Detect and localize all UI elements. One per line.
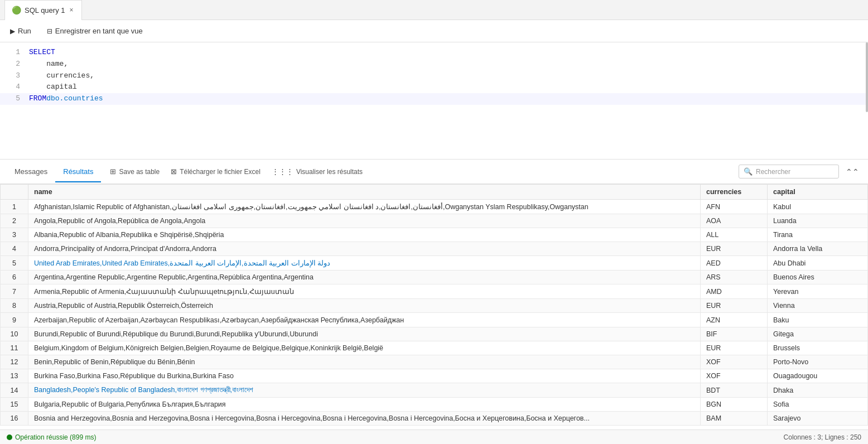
save-as-table-button[interactable]: ⊞ Save as table <box>105 165 164 178</box>
cell-rownum: 4 <box>1 242 28 256</box>
sql-line-1: 1 SELECT <box>0 47 868 59</box>
tab-label: SQL query 1 <box>25 6 65 15</box>
cell-currencies: BDT <box>701 383 768 398</box>
cell-name: Bangladesh,People's Republic of Banglade… <box>28 383 701 398</box>
cell-capital: Sarajevo <box>768 412 868 426</box>
editor-scrollbar[interactable] <box>866 42 868 112</box>
cell-capital: Andorra la Vella <box>768 242 868 256</box>
cell-currencies: XOF <box>701 369 768 383</box>
table-row[interactable]: 5United Arab Emirates,United Arab Emirat… <box>1 256 868 271</box>
table-row[interactable]: 13Burkina Faso,Burkina Faso,République d… <box>1 369 868 383</box>
status-bar: Opération réussie (899 ms) Colonnes : 3;… <box>0 429 868 444</box>
cell-currencies: BIF <box>701 327 768 341</box>
cell-name: Afghanistan,Islamic Republic of Afghanis… <box>28 200 701 214</box>
cell-name: Angola,Republic of Angola,República de A… <box>28 214 701 228</box>
tab-messages[interactable]: Messages <box>7 162 55 182</box>
table-row[interactable]: 3Albania,Republic of Albania,Republika e… <box>1 228 868 242</box>
cell-rownum: 9 <box>1 313 28 327</box>
cell-rownum: 16 <box>1 412 28 426</box>
cell-currencies: EUR <box>701 242 768 256</box>
cell-rownum: 3 <box>1 228 28 242</box>
tab-resultats[interactable]: Résultats <box>55 162 101 182</box>
cell-currencies: AMD <box>701 284 768 299</box>
cell-capital: Abu Dhabi <box>768 256 868 271</box>
cell-rownum: 11 <box>1 341 28 355</box>
col-header-rownum <box>1 185 28 200</box>
table-row[interactable]: 4Andorra,Principality of Andorra,Princip… <box>1 242 868 256</box>
collapse-button[interactable]: ⌃⌃ <box>843 165 861 178</box>
cell-name: Bosnia and Herzegovina,Bosnia and Herzeg… <box>28 412 701 426</box>
cell-capital: Ouagadougou <box>768 369 868 383</box>
cell-capital: Sofia <box>768 398 868 412</box>
cell-currencies: EUR <box>701 299 768 313</box>
cell-currencies: XOF <box>701 355 768 369</box>
cell-name: Benin,Republic of Benin,République du Bé… <box>28 355 701 369</box>
results-actions: ⊞ Save as table ⊠ Télécharger le fichier… <box>105 165 367 178</box>
cell-name: Andorra,Principality of Andorra,Principa… <box>28 242 701 256</box>
visualize-label: Visualiser les résultats <box>296 168 363 176</box>
sql-editor[interactable]: 1 SELECT 2 name, 3 currencies, 4 capital… <box>0 42 868 160</box>
cell-currencies: ARS <box>701 271 768 284</box>
cell-name: Albania,Republic of Albania,Republika e … <box>28 228 701 242</box>
cell-rownum: 10 <box>1 327 28 341</box>
search-box: 🔍 <box>739 165 839 178</box>
cell-capital: Brussels <box>768 341 868 355</box>
table-row[interactable]: 10Burundi,Republic of Burundi,République… <box>1 327 868 341</box>
cell-rownum: 7 <box>1 284 28 299</box>
sql-query-tab[interactable]: 🟢 SQL query 1 × <box>4 0 82 20</box>
cell-capital: Baku <box>768 313 868 327</box>
download-excel-button[interactable]: ⊠ Télécharger le fichier Excel <box>166 165 265 178</box>
cell-currencies: AED <box>701 256 768 271</box>
tab-close-button[interactable]: × <box>69 5 75 15</box>
cell-capital: Dhaka <box>768 383 868 398</box>
table-row[interactable]: 12Benin,Republic of Benin,République du … <box>1 355 868 369</box>
status-message: Opération réussie (899 ms) <box>15 433 96 441</box>
cell-currencies: ALL <box>701 228 768 242</box>
cell-name: Bulgaria,Republic of Bulgaria,Република … <box>28 398 701 412</box>
table-row[interactable]: 1Afghanistan,Islamic Republic of Afghani… <box>1 200 868 214</box>
cell-rownum: 14 <box>1 383 28 398</box>
table-row[interactable]: 16Bosnia and Herzegovina,Bosnia and Herz… <box>1 412 868 426</box>
sql-line-3: 3 currencies, <box>0 70 868 82</box>
col-header-capital[interactable]: capital <box>768 185 868 200</box>
sql-icon: 🟢 <box>12 6 21 15</box>
cell-rownum: 2 <box>1 214 28 228</box>
cell-rownum: 8 <box>1 299 28 313</box>
run-button[interactable]: ▶ Run <box>7 25 35 37</box>
table-row[interactable]: 15Bulgaria,Republic of Bulgaria,Републик… <box>1 398 868 412</box>
table-row[interactable]: 8Austria,Republic of Austria,Republik Ös… <box>1 299 868 313</box>
cell-name: Belgium,Kingdom of Belgium,Königreich Be… <box>28 341 701 355</box>
cell-capital: Vienna <box>768 299 868 313</box>
table-row[interactable]: 2Angola,Republic of Angola,República de … <box>1 214 868 228</box>
cell-capital: Gitega <box>768 327 868 341</box>
save-table-label: Save as table <box>119 168 160 176</box>
save-view-button[interactable]: ⊟ Enregistrer en tant que vue <box>44 25 146 37</box>
cell-currencies: AOA <box>701 214 768 228</box>
col-header-currencies[interactable]: currencies <box>701 185 768 200</box>
col-header-name[interactable]: name <box>28 185 701 200</box>
cell-name: Azerbaijan,Republic of Azerbaijan,Azərba… <box>28 313 701 327</box>
toolbar: ▶ Run ⊟ Enregistrer en tant que vue <box>0 20 868 42</box>
search-icon: 🔍 <box>744 167 753 176</box>
data-table-wrapper[interactable]: name currencies capital 1Afghanistan,Isl… <box>0 184 868 429</box>
table-row[interactable]: 7Armenia,Republic of Armenia,Հայաստանի Հ… <box>1 284 868 299</box>
save-view-icon: ⊟ <box>47 27 52 35</box>
visualize-results-button[interactable]: ⋮⋮⋮ Visualiser les résultats <box>267 165 367 178</box>
cell-currencies: BGN <box>701 398 768 412</box>
status-info: Colonnes : 3; Lignes : 250 <box>784 433 861 441</box>
cell-currencies: BAM <box>701 412 768 426</box>
cell-name: Burundi,Republic of Burundi,République d… <box>28 327 701 341</box>
cell-rownum: 15 <box>1 398 28 412</box>
table-row[interactable]: 11Belgium,Kingdom of Belgium,Königreich … <box>1 341 868 355</box>
run-icon: ▶ <box>10 27 15 35</box>
table-row[interactable]: 6Argentina,Argentine Republic,Argentine … <box>1 271 868 284</box>
visualize-icon: ⋮⋮⋮ <box>272 167 293 176</box>
search-input[interactable] <box>756 168 834 176</box>
cell-rownum: 5 <box>1 256 28 271</box>
table-row[interactable]: 9Azerbaijan,Republic of Azerbaijan,Azərb… <box>1 313 868 327</box>
cell-currencies: AZN <box>701 313 768 327</box>
save-table-icon: ⊞ <box>110 167 116 176</box>
results-tabs-bar: Messages Résultats ⊞ Save as table ⊠ Tél… <box>0 160 868 184</box>
cell-capital: Luanda <box>768 214 868 228</box>
table-row[interactable]: 14Bangladesh,People's Republic of Bangla… <box>1 383 868 398</box>
